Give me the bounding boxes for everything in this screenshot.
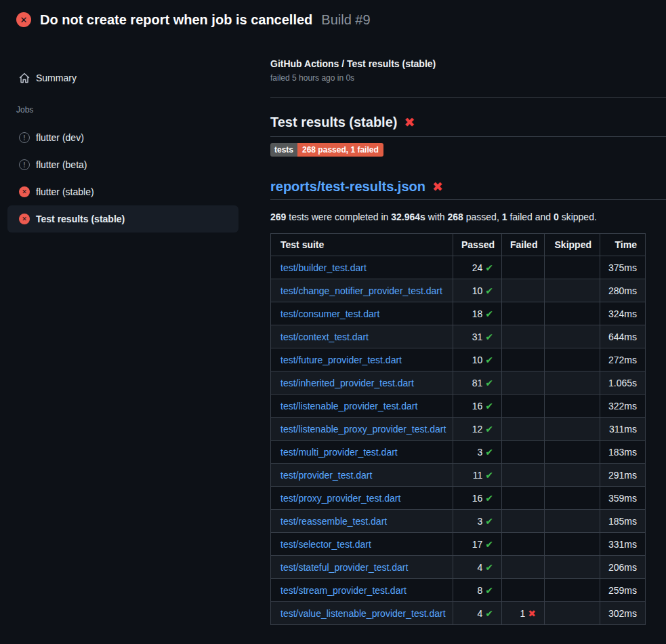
sidebar-job-label: Test results (stable) [36,214,125,224]
passed-cell: 17✔ [453,533,502,556]
summary-text: with [425,212,448,222]
time-cell: 206ms [600,556,646,579]
failed-cell [502,256,545,279]
time-cell: 331ms [600,533,646,556]
failed-cell [502,395,545,418]
test-suite-cell: test/selector_test.dart [271,533,453,556]
test-suite-cell: test/inherited_provider_test.dart [271,371,453,395]
count-with-icon: 16✔ [472,493,493,504]
check-icon: ✔ [485,470,493,481]
test-suite-link[interactable]: test/consumer_test.dart [280,308,379,319]
skipped-cell [545,418,600,441]
test-suite-cell: test/provider_test.dart [271,464,453,487]
column-header: Passed [453,234,502,256]
skipped-cell [545,441,600,464]
test-suite-link[interactable]: test/selector_test.dart [280,539,371,550]
sidebar-job-item[interactable]: !flutter (beta) [7,151,238,178]
report-file-link[interactable]: reports/test-results.json [270,179,425,195]
run-header: ✕ Do not create report when job is cance… [0,0,666,38]
count-with-icon: 3✔ [477,516,493,527]
table-header-row: Test suitePassedFailedSkippedTime [271,234,646,256]
tests-badge: tests 268 passed, 1 failed [270,143,383,157]
test-suite-link[interactable]: test/builder_test.dart [280,262,367,273]
sidebar-item-summary[interactable]: Summary [7,68,238,87]
section-divider [270,97,666,98]
summary-number: 0 [554,212,559,222]
time-cell: 291ms [600,464,646,487]
test-suite-link[interactable]: test/provider_test.dart [280,470,372,481]
section-title-text: Test results (stable) [270,115,397,130]
sidebar-job-label: flutter (stable) [36,186,94,197]
sidebar: Summary Jobs !flutter (dev)!flutter (bet… [0,38,270,233]
count-with-icon: 10✔ [472,285,493,296]
sidebar-job-label: flutter (beta) [36,159,87,170]
time-cell: 183ms [600,441,646,464]
table-row: test/stream_provider_test.dart8✔259ms [271,579,646,602]
cross-icon: ✖ [528,608,536,619]
failed-status-icon: ✕ [19,214,30,224]
failed-cell [502,487,545,510]
passed-cell: 10✔ [453,348,502,371]
sidebar-job-item[interactable]: ✕Test results (stable) [7,205,238,233]
badge-label: tests [270,143,297,157]
skipped-cell [545,302,600,325]
failed-cell [502,348,545,371]
test-suite-link[interactable]: test/multi_provider_test.dart [280,447,398,458]
skipped-cell [545,510,600,533]
test-suite-link[interactable]: test/context_test.dart [280,331,369,342]
badge-value: 268 passed, 1 failed [297,143,383,157]
test-suite-link[interactable]: test/stateful_provider_test.dart [280,562,408,573]
test-suite-link[interactable]: test/future_provider_test.dart [280,355,402,365]
count-value: 1 [520,608,525,619]
skipped-cell [545,602,600,625]
count-with-icon: 8✔ [477,585,493,596]
passed-cell: 4✔ [453,556,502,579]
passed-cell: 10✔ [453,279,502,302]
run-meta: failed 5 hours ago in 0s [270,73,666,83]
test-suite-link[interactable]: test/change_notifier_provider_test.dart [280,285,442,296]
count-with-icon: 31✔ [472,331,493,342]
sidebar-job-item[interactable]: ✕flutter (stable) [7,178,238,205]
table-row: test/future_provider_test.dart10✔272ms [271,348,646,371]
count-with-icon: 12✔ [472,424,493,435]
table-row: test/listenable_proxy_provider_test.dart… [271,418,646,441]
count-with-icon: 1✖ [520,608,536,619]
passed-cell: 4✔ [453,602,502,625]
skipped-cell [545,487,600,510]
test-suite-link[interactable]: test/inherited_provider_test.dart [280,378,414,388]
check-icon: ✔ [485,539,493,550]
column-header: Failed [502,234,545,256]
summary-number: 268 [448,212,463,222]
skipped-cell [545,371,600,395]
count-value: 4 [477,562,482,573]
time-cell: 1.065s [600,371,646,395]
test-suite-cell: test/stream_provider_test.dart [271,579,453,602]
check-icon: ✔ [485,378,493,388]
test-suite-link[interactable]: test/listenable_proxy_provider_test.dart [280,424,446,435]
time-cell: 272ms [600,348,646,371]
table-row: test/consumer_test.dart18✔324ms [271,302,646,325]
count-value: 16 [472,493,483,504]
skipped-cell [545,579,600,602]
summary-number: 32.964s [391,212,425,222]
table-row: test/change_notifier_provider_test.dart1… [271,279,646,302]
test-suite-link[interactable]: test/reassemble_test.dart [280,516,387,527]
failed-cell [502,464,545,487]
test-suite-cell: test/builder_test.dart [271,256,453,279]
count-with-icon: 11✔ [473,470,493,481]
count-with-icon: 81✔ [472,378,493,388]
test-suite-link[interactable]: test/value_listenable_provider_test.dart [280,608,446,619]
test-suite-link[interactable]: test/stream_provider_test.dart [280,585,407,596]
table-row: test/listenable_provider_test.dart16✔322… [271,395,646,418]
test-suite-link[interactable]: test/listenable_provider_test.dart [280,401,417,411]
test-suite-link[interactable]: test/proxy_provider_test.dart [280,493,400,504]
table-row: test/selector_test.dart17✔331ms [271,533,646,556]
table-row: test/multi_provider_test.dart3✔183ms [271,441,646,464]
passed-cell: 18✔ [453,302,502,325]
failed-cell: 1✖ [502,602,545,625]
table-row: test/provider_test.dart11✔291ms [271,464,646,487]
failed-cell [502,533,545,556]
test-suite-cell: test/listenable_provider_test.dart [271,395,453,418]
sidebar-job-item[interactable]: !flutter (dev) [7,124,238,151]
summary-number: 1 [502,212,507,222]
